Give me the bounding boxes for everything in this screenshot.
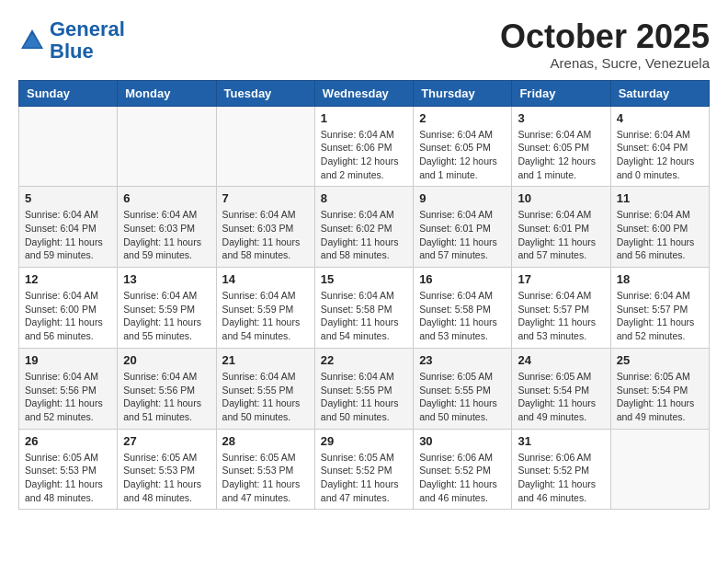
day-number: 11 [617, 191, 703, 205]
calendar-week-row: 5Sunrise: 6:04 AMSunset: 6:04 PMDaylight… [19, 187, 710, 268]
calendar-day-cell: 22Sunrise: 6:04 AMSunset: 5:55 PMDayligh… [314, 348, 413, 429]
day-number: 1 [321, 111, 407, 125]
calendar-day-cell: 17Sunrise: 6:04 AMSunset: 5:57 PMDayligh… [512, 268, 610, 349]
calendar-day-cell: 29Sunrise: 6:05 AMSunset: 5:52 PMDayligh… [314, 429, 413, 510]
calendar-day-cell: 11Sunrise: 6:04 AMSunset: 6:00 PMDayligh… [610, 187, 709, 268]
day-number: 4 [617, 111, 703, 125]
calendar-day-cell: 13Sunrise: 6:04 AMSunset: 5:59 PMDayligh… [118, 268, 216, 349]
day-info: Sunrise: 6:05 AMSunset: 5:53 PMDaylight:… [25, 451, 111, 505]
calendar-week-row: 1Sunrise: 6:04 AMSunset: 6:06 PMDaylight… [19, 106, 710, 187]
day-number: 24 [518, 353, 604, 367]
day-number: 13 [123, 272, 210, 286]
weekday-header-sunday: Sunday [19, 80, 118, 106]
weekday-header-saturday: Saturday [610, 80, 709, 106]
calendar-day-cell: 15Sunrise: 6:04 AMSunset: 5:58 PMDayligh… [314, 268, 413, 349]
day-info: Sunrise: 6:05 AMSunset: 5:55 PMDaylight:… [419, 370, 506, 424]
day-number: 16 [419, 272, 506, 286]
day-number: 12 [25, 272, 111, 286]
day-info: Sunrise: 6:04 AMSunset: 6:01 PMDaylight:… [518, 208, 604, 262]
day-info: Sunrise: 6:04 AMSunset: 5:58 PMDaylight:… [419, 289, 506, 343]
day-number: 28 [222, 434, 309, 448]
day-info: Sunrise: 6:04 AMSunset: 6:02 PMDaylight:… [321, 208, 407, 262]
weekday-header-tuesday: Tuesday [216, 80, 314, 106]
day-number: 29 [321, 434, 407, 448]
calendar-day-cell: 19Sunrise: 6:04 AMSunset: 5:56 PMDayligh… [19, 348, 118, 429]
day-info: Sunrise: 6:04 AMSunset: 6:01 PMDaylight:… [419, 208, 506, 262]
day-info: Sunrise: 6:04 AMSunset: 6:04 PMDaylight:… [25, 208, 111, 262]
month-title: October 2025 [500, 18, 710, 55]
day-info: Sunrise: 6:06 AMSunset: 5:52 PMDaylight:… [518, 451, 604, 505]
calendar-week-row: 26Sunrise: 6:05 AMSunset: 5:53 PMDayligh… [19, 429, 710, 510]
day-number: 14 [222, 272, 309, 286]
day-info: Sunrise: 6:04 AMSunset: 6:05 PMDaylight:… [419, 128, 506, 182]
weekday-header-friday: Friday [512, 80, 610, 106]
calendar-week-row: 19Sunrise: 6:04 AMSunset: 5:56 PMDayligh… [19, 348, 710, 429]
calendar-day-cell: 25Sunrise: 6:05 AMSunset: 5:54 PMDayligh… [610, 348, 709, 429]
calendar-day-cell: 3Sunrise: 6:04 AMSunset: 6:05 PMDaylight… [512, 106, 610, 187]
day-number: 18 [617, 272, 703, 286]
day-info: Sunrise: 6:04 AMSunset: 6:06 PMDaylight:… [321, 128, 407, 182]
calendar-day-cell: 21Sunrise: 6:04 AMSunset: 5:55 PMDayligh… [216, 348, 314, 429]
day-info: Sunrise: 6:05 AMSunset: 5:54 PMDaylight:… [518, 370, 604, 424]
day-info: Sunrise: 6:04 AMSunset: 5:58 PMDaylight:… [321, 289, 407, 343]
calendar-day-cell: 6Sunrise: 6:04 AMSunset: 6:03 PMDaylight… [118, 187, 216, 268]
calendar-day-cell: 30Sunrise: 6:06 AMSunset: 5:52 PMDayligh… [414, 429, 512, 510]
day-number: 31 [518, 434, 604, 448]
day-number: 17 [518, 272, 604, 286]
day-number: 30 [419, 434, 506, 448]
day-number: 25 [617, 353, 703, 367]
day-number: 27 [123, 434, 210, 448]
day-info: Sunrise: 6:05 AMSunset: 5:54 PMDaylight:… [617, 370, 703, 424]
calendar-day-cell [216, 106, 314, 187]
day-number: 23 [419, 353, 506, 367]
calendar-day-cell: 5Sunrise: 6:04 AMSunset: 6:04 PMDaylight… [19, 187, 118, 268]
day-info: Sunrise: 6:04 AMSunset: 5:56 PMDaylight:… [123, 370, 210, 424]
calendar-day-cell [610, 429, 709, 510]
calendar-day-cell: 31Sunrise: 6:06 AMSunset: 5:52 PMDayligh… [512, 429, 610, 510]
calendar-day-cell: 9Sunrise: 6:04 AMSunset: 6:01 PMDaylight… [414, 187, 512, 268]
calendar-day-cell: 2Sunrise: 6:04 AMSunset: 6:05 PMDaylight… [414, 106, 512, 187]
day-number: 2 [419, 111, 506, 125]
day-number: 22 [321, 353, 407, 367]
day-info: Sunrise: 6:04 AMSunset: 6:04 PMDaylight:… [617, 128, 703, 182]
calendar-day-cell: 28Sunrise: 6:05 AMSunset: 5:53 PMDayligh… [216, 429, 314, 510]
weekday-header-row: SundayMondayTuesdayWednesdayThursdayFrid… [19, 80, 710, 106]
calendar-day-cell: 12Sunrise: 6:04 AMSunset: 6:00 PMDayligh… [19, 268, 118, 349]
day-number: 21 [222, 353, 309, 367]
day-info: Sunrise: 6:04 AMSunset: 5:59 PMDaylight:… [123, 289, 210, 343]
day-number: 26 [25, 434, 111, 448]
title-area: October 2025 Arenas, Sucre, Venezuela [500, 18, 710, 71]
calendar-day-cell: 1Sunrise: 6:04 AMSunset: 6:06 PMDaylight… [314, 106, 413, 187]
day-info: Sunrise: 6:04 AMSunset: 6:03 PMDaylight:… [123, 208, 210, 262]
day-number: 19 [25, 353, 111, 367]
day-info: Sunrise: 6:04 AMSunset: 6:00 PMDaylight:… [25, 289, 111, 343]
calendar-day-cell: 4Sunrise: 6:04 AMSunset: 6:04 PMDaylight… [610, 106, 709, 187]
day-info: Sunrise: 6:04 AMSunset: 5:57 PMDaylight:… [617, 289, 703, 343]
calendar-day-cell: 8Sunrise: 6:04 AMSunset: 6:02 PMDaylight… [314, 187, 413, 268]
day-info: Sunrise: 6:04 AMSunset: 5:59 PMDaylight:… [222, 289, 309, 343]
calendar-day-cell: 27Sunrise: 6:05 AMSunset: 5:53 PMDayligh… [118, 429, 216, 510]
page-header: General Blue October 2025 Arenas, Sucre,… [18, 18, 710, 71]
calendar-day-cell: 14Sunrise: 6:04 AMSunset: 5:59 PMDayligh… [216, 268, 314, 349]
day-number: 8 [321, 191, 407, 205]
calendar-week-row: 12Sunrise: 6:04 AMSunset: 6:00 PMDayligh… [19, 268, 710, 349]
day-info: Sunrise: 6:05 AMSunset: 5:52 PMDaylight:… [321, 451, 407, 505]
day-info: Sunrise: 6:04 AMSunset: 5:56 PMDaylight:… [25, 370, 111, 424]
day-number: 6 [123, 191, 210, 205]
calendar-day-cell: 23Sunrise: 6:05 AMSunset: 5:55 PMDayligh… [414, 348, 512, 429]
day-number: 9 [419, 191, 506, 205]
day-info: Sunrise: 6:05 AMSunset: 5:53 PMDaylight:… [123, 451, 210, 505]
day-info: Sunrise: 6:04 AMSunset: 5:55 PMDaylight:… [321, 370, 407, 424]
calendar-table: SundayMondayTuesdayWednesdayThursdayFrid… [18, 80, 710, 511]
calendar-day-cell: 24Sunrise: 6:05 AMSunset: 5:54 PMDayligh… [512, 348, 610, 429]
day-number: 3 [518, 111, 604, 125]
calendar-day-cell: 20Sunrise: 6:04 AMSunset: 5:56 PMDayligh… [118, 348, 216, 429]
day-info: Sunrise: 6:04 AMSunset: 6:05 PMDaylight:… [518, 128, 604, 182]
day-number: 20 [123, 353, 210, 367]
calendar-day-cell: 18Sunrise: 6:04 AMSunset: 5:57 PMDayligh… [610, 268, 709, 349]
day-info: Sunrise: 6:06 AMSunset: 5:52 PMDaylight:… [419, 451, 506, 505]
day-info: Sunrise: 6:04 AMSunset: 6:00 PMDaylight:… [617, 208, 703, 262]
day-info: Sunrise: 6:04 AMSunset: 6:03 PMDaylight:… [222, 208, 309, 262]
calendar-day-cell [118, 106, 216, 187]
calendar-day-cell: 10Sunrise: 6:04 AMSunset: 6:01 PMDayligh… [512, 187, 610, 268]
